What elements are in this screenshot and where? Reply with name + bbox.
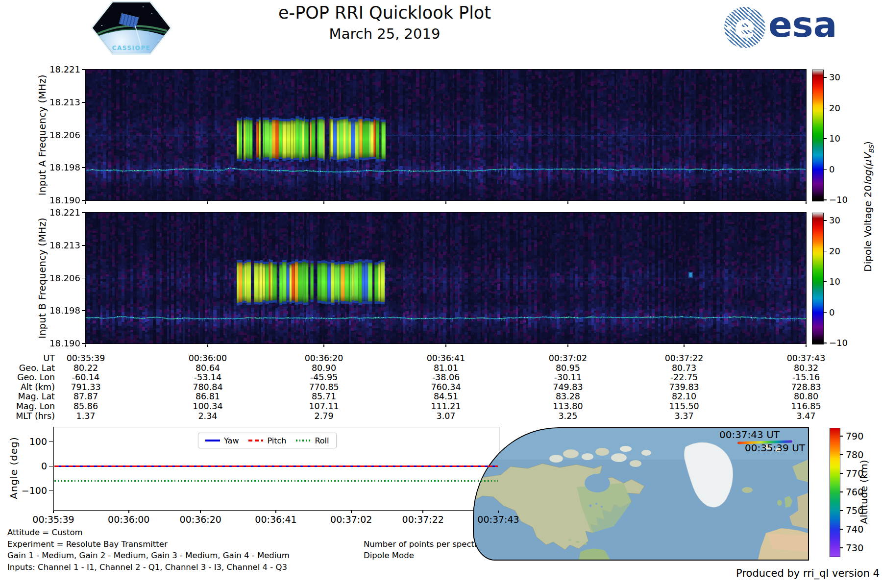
freq-tick-label: 18.206 (46, 130, 80, 140)
dipole-colorbar-tick-label: 10 (829, 133, 840, 144)
ephemeris-cell: 115.50 (645, 401, 723, 411)
ephemeris-cell: -22.75 (645, 372, 723, 382)
time-tick-mark (567, 344, 568, 347)
dipole-colorbar-a (812, 70, 824, 201)
legend-item-pitch: Pitch (248, 436, 286, 445)
altitude-tick-label: 770 (846, 468, 863, 479)
ephemeris-cell: 85.86 (47, 401, 125, 411)
legend-item-yaw: Yaw (205, 436, 239, 445)
freq-tick-mark (82, 69, 86, 70)
angle-xtick-label: 00:37:22 (393, 514, 452, 525)
freq-tick-label: 18.198 (46, 305, 80, 316)
ephemeris-cell: 3.37 (645, 411, 723, 421)
ephemeris-cell: -38.06 (407, 372, 485, 382)
annotation-attitude: Attitude = Custom (7, 528, 83, 537)
freq-tick-label: 18.221 (46, 64, 80, 74)
dipole-colorbar-tick-mark (823, 138, 827, 139)
time-tick-mark (445, 344, 446, 347)
altitude-tick-label: 750 (846, 505, 863, 516)
ephemeris-cell: 760.34 (407, 382, 485, 392)
altitude-tick-label: 730 (846, 542, 863, 553)
ephemeris-cell: 728.83 (767, 382, 845, 392)
roll-line (54, 480, 498, 482)
angle-xtick-label: 00:35:39 (24, 514, 83, 525)
ephemeris-cell: 3.07 (407, 411, 485, 421)
freq-tick-label: 18.190 (46, 338, 80, 348)
angle-ytick-label: −100 (19, 485, 47, 496)
roll-line-sample (296, 440, 311, 441)
ephemeris-cell: 113.80 (529, 401, 607, 411)
ephemeris-cell: 116.85 (767, 401, 845, 411)
ephemeris-cell: 83.28 (529, 392, 607, 401)
angle-xtick-label: 00:37:43 (469, 514, 528, 525)
dipole-colorbar-label: Dipole Voltage 20log(μVBS) (862, 55, 875, 359)
angle-xtick-mark (128, 511, 129, 513)
esa-globe-icon: e (724, 7, 765, 48)
ephemeris-cell: 739.83 (645, 382, 723, 392)
time-tick-mark (567, 201, 568, 204)
ephemeris-cell: 107.11 (285, 401, 363, 411)
freq-tick-mark (82, 278, 86, 279)
dipole-colorbar-tick-label: 0 (829, 164, 834, 174)
angle-xtick-label: 00:36:20 (171, 514, 230, 525)
time-tick-mark (207, 201, 208, 204)
ephemeris-cell: 00:36:41 (407, 353, 485, 363)
annotation-dipole-mode: Dipole Mode (364, 551, 414, 560)
ephemeris-cell: 2.34 (169, 411, 247, 421)
ephemeris-cell: 111.21 (407, 401, 485, 411)
plot-title: e-POP RRI Quicklook Plot (172, 3, 598, 23)
time-tick-mark (207, 344, 208, 347)
dipole-colorbar-tick-mark (823, 77, 827, 78)
altitude-tick-label: 760 (846, 487, 863, 497)
quicklook-figure: CASSIOPE e-POP RRI Quicklook Plot March … (0, 0, 882, 588)
annotation-inputs: Inputs: Channel 1 - I1, Channel 2 - Q1, … (7, 563, 287, 572)
ephemeris-cell: 3.25 (529, 411, 607, 421)
ephemeris-cell: 00:37:22 (645, 353, 723, 363)
ephemeris-cell: 84.51 (407, 392, 485, 401)
freq-tick-label: 18.206 (46, 273, 80, 283)
yaw-line-sample (205, 440, 220, 441)
ephemeris-cell: 00:37:43 (767, 353, 845, 363)
spectrogram-input-b (85, 212, 807, 344)
ground-track-map: 00:37:43 UT 00:35:39 UT (473, 427, 809, 561)
time-tick-mark (806, 201, 807, 204)
dipole-colorbar-tick-label: −10 (829, 338, 848, 348)
esa-globe-dot (727, 25, 732, 30)
ephemeris-cell: -15.16 (767, 372, 845, 382)
trajectory-start-label: 00:35:39 UT (745, 442, 805, 454)
time-tick-mark (806, 344, 807, 347)
ephemeris-cell: 80.90 (285, 363, 363, 373)
dipole-colorbar-tick-mark (823, 220, 827, 221)
dipole-colorbar-tick-label: 10 (829, 276, 840, 287)
ephemeris-cell: -53.14 (169, 372, 247, 382)
ephemeris-cell: 80.22 (47, 363, 125, 373)
credit-line: Produced by rri_ql version 4 (490, 567, 880, 579)
altitude-tick-mark (840, 473, 843, 474)
ephemeris-cell: -30.11 (529, 372, 607, 382)
dipole-colorbar-tick-mark (823, 199, 827, 200)
spectrogram-input-a (85, 69, 807, 201)
angle-xtick-mark (275, 511, 276, 513)
attitude-legend: Yaw Pitch Roll (198, 433, 337, 448)
angle-xtick-label: 00:37:02 (322, 514, 381, 525)
dipole-colorbar-tick-mark (823, 251, 827, 252)
dipole-colorbar-tick-mark (823, 281, 827, 282)
dipole-colorbar-tick-mark (823, 343, 827, 343)
dipole-colorbar-tick-mark (823, 108, 827, 109)
cassiope-label: CASSIOPE (93, 45, 170, 51)
freq-tick-mark (82, 167, 86, 168)
dipole-colorbar-tick-label: 20 (829, 246, 840, 256)
time-tick-mark (323, 201, 324, 204)
annotation-experiment: Experiment = Resolute Bay Transmitter (7, 539, 168, 549)
freq-tick-label: 18.221 (46, 207, 80, 218)
dipole-colorbar-tick-label: −10 (829, 195, 848, 205)
altitude-colorbar (830, 428, 840, 557)
dipole-colorbar-tick-label: 30 (829, 215, 840, 225)
annotation-gains: Gain 1 - Medium, Gain 2 - Medium, Gain 3… (7, 551, 290, 560)
ephemeris-cell: 81.01 (407, 363, 485, 373)
ephemeris-cell: 87.87 (47, 392, 125, 401)
ephemeris-cell: 80.95 (529, 363, 607, 373)
ephemeris-cell: -60.14 (47, 372, 125, 382)
time-tick-mark (684, 344, 685, 347)
ephemeris-cell: 80.64 (169, 363, 247, 373)
